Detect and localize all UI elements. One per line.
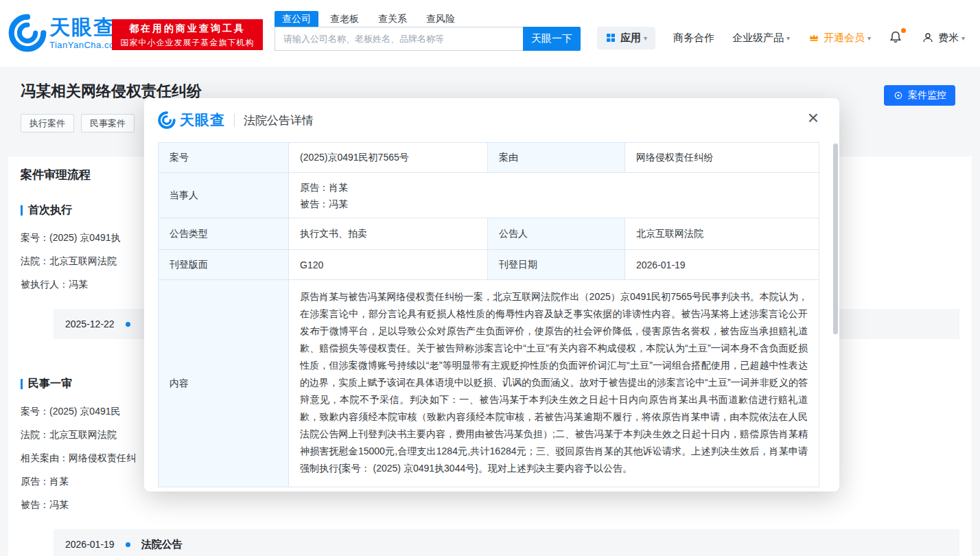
promo-line1: 都在用的商业查询工具: [112, 23, 263, 35]
plaintiff-line: 原告：肖某: [300, 179, 808, 196]
search-tab-company[interactable]: 查公司: [275, 11, 318, 27]
modal-title: 法院公告详情: [244, 113, 314, 128]
case-monitor-button[interactable]: 案件监控: [884, 85, 955, 106]
search-tab-relation[interactable]: 查关系: [371, 11, 415, 27]
nav-user-account[interactable]: 费米 ▾: [922, 32, 965, 45]
chevron-down-icon: ▾: [961, 34, 965, 42]
table-row: 当事人 原告：肖某 被告：冯某: [159, 173, 819, 218]
modal-brand-name: 天眼查: [180, 111, 225, 130]
timeline-event-court-announcement[interactable]: 法院公告: [141, 538, 183, 551]
search-input[interactable]: [275, 27, 523, 51]
case-tag: 民事案件: [81, 114, 135, 132]
case-number-label: 案号: [159, 143, 289, 173]
promo-banner: 都在用的商业查询工具 国家中小企业发展子基金旗下机构: [112, 19, 263, 50]
nav-enterprise-products[interactable]: 企业级产品 ▾: [732, 32, 790, 45]
announcement-detail-table: 案号 (2025)京0491民初7565号 案由 网络侵权责任纠纷 当事人 原告…: [158, 142, 819, 487]
timeline-dot-icon: [126, 542, 130, 547]
case-number-value: (2025)京0491民初7565号: [289, 143, 488, 173]
user-icon: [922, 32, 934, 44]
parties-label: 当事人: [159, 173, 289, 218]
announcement-type-value: 执行文书、拍卖: [289, 218, 488, 250]
table-row: 案号 (2025)京0491民初7565号 案由 网络侵权责任纠纷: [159, 143, 819, 173]
cause-label: 案由: [488, 143, 625, 173]
crown-icon: [808, 32, 820, 43]
promo-line2: 国家中小企业发展子基金旗下机构: [112, 37, 263, 49]
nav-open-vip[interactable]: 开通会员 ▾: [808, 32, 871, 45]
chevron-down-icon: ▾: [786, 34, 790, 42]
timeline-date: 2025-12-22: [65, 318, 115, 329]
search-tabs: 查公司 查老板 查关系 查风险: [275, 11, 467, 27]
cause-value: 网络侵权责任纠纷: [625, 143, 819, 173]
top-nav: 应用 ▾ 商务合作 企业级产品 ▾ 开通会员 ▾: [579, 25, 965, 51]
publish-date-value: 2026-01-19: [625, 250, 819, 280]
court-announcement-modal: 天眼查 法院公告详情 × 案号 (2025)京0491民初7565号 案由 网络…: [144, 98, 839, 491]
timeline-date: 2026-01-19: [65, 539, 115, 550]
table-row: 公告类型 执行文书、拍卖 公告人 北京互联网法院: [159, 218, 819, 250]
apps-grid-icon: [605, 32, 616, 43]
monitor-icon: [893, 90, 904, 101]
notification-badge: [901, 28, 906, 33]
bell-icon: [889, 30, 902, 45]
modal-scrollbar[interactable]: [833, 143, 838, 334]
content-label: 内容: [159, 280, 289, 487]
search-box: 天眼一下: [275, 27, 581, 51]
close-icon[interactable]: ×: [802, 107, 824, 129]
search-tab-risk[interactable]: 查风险: [419, 11, 463, 27]
publish-date-label: 刊登日期: [488, 250, 625, 280]
table-row: 刊登版面 G120 刊登日期 2026-01-19: [159, 250, 819, 280]
parties-value: 原告：肖某 被告：冯某: [289, 173, 819, 218]
announcement-type-label: 公告类型: [159, 218, 289, 250]
tianyancha-swirl-icon: [8, 14, 47, 52]
chevron-down-icon: ▾: [644, 34, 647, 42]
stage-accent-bar: [21, 205, 23, 216]
table-row: 内容 原告肖某与被告冯某网络侵权责任纠纷一案，北京互联网法院作出（2025）京0…: [159, 280, 819, 487]
publish-layout-label: 刊登版面: [159, 250, 289, 280]
case-tags: 执行案件 民事案件: [21, 114, 141, 132]
content-value: 原告肖某与被告冯某网络侵权责任纠纷一案，北京互联网法院作出（2025）京0491…: [289, 280, 819, 487]
search-button[interactable]: 天眼一下: [523, 27, 581, 51]
case-tag: 执行案件: [21, 114, 74, 132]
field-defendant: 被告：冯某: [21, 498, 959, 511]
timeline-row: 2026-01-19 法院公告: [54, 529, 959, 556]
timeline-dot-icon: [126, 322, 130, 327]
chevron-down-icon: ▾: [867, 34, 871, 42]
publish-layout-value: G120: [289, 250, 488, 280]
search-tab-boss[interactable]: 查老板: [323, 11, 366, 27]
tianyancha-swirl-icon: [158, 111, 176, 129]
nav-apps[interactable]: 应用 ▾: [597, 27, 655, 49]
divider: [234, 113, 235, 127]
announcer-label: 公告人: [488, 218, 625, 250]
announcer-value: 北京互联网法院: [625, 218, 819, 250]
top-header: 天眼查 TianYanCha.com 都在用的商业查询工具 国家中小企业发展子基…: [0, 0, 980, 67]
app-logo[interactable]: 天眼查 TianYanCha.com: [8, 14, 122, 52]
modal-header: 天眼查 法院公告详情 ×: [144, 98, 839, 142]
nav-user-name: 费米: [938, 32, 959, 45]
stage-accent-bar: [21, 379, 23, 389]
nav-business-cooperation[interactable]: 商务合作: [673, 32, 714, 45]
nav-notifications[interactable]: [889, 30, 904, 46]
nav-apps-label: 应用: [620, 32, 641, 45]
defendant-line: 被告：冯某: [300, 196, 808, 212]
